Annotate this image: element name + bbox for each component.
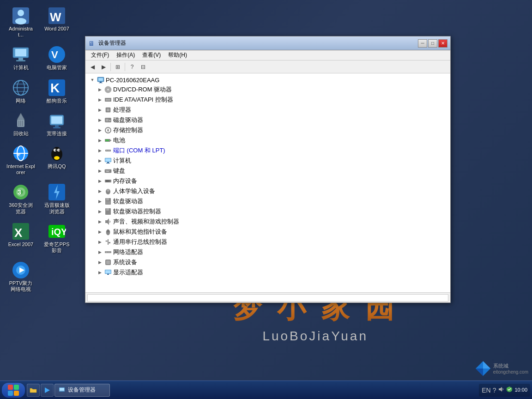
tree-item-cpu-toggle[interactable]: ▶ [97, 107, 103, 113]
tree-item-dvd-toggle[interactable]: ▶ [97, 86, 103, 93]
tree-item-memory[interactable]: ▶ 内存设备 [87, 176, 448, 186]
svg-rect-115 [60, 388, 64, 391]
window-title-text: 设备管理器 [98, 39, 418, 47]
tree-item-battery-toggle[interactable]: ▶ [97, 137, 103, 144]
menu-file[interactable]: 文件(F) [87, 50, 113, 60]
tray-sound-icon[interactable] [498, 386, 504, 394]
svg-rect-84 [109, 180, 109, 182]
tree-item-system-toggle[interactable]: ▶ [97, 259, 103, 266]
tree-item-dvd[interactable]: ▶ DVD/CD-ROM 驱动器 [87, 85, 448, 95]
svg-rect-21 [20, 121, 21, 126]
tree-item-dvd-icon [104, 86, 112, 93]
desktop-icon-qq[interactable]: 腾讯QQ [41, 142, 73, 177]
toolbar-forward-button[interactable]: ▶ [98, 62, 109, 72]
toolbar-separator-2 [125, 63, 125, 71]
tree-item-system[interactable]: ▶ 系统设备 [87, 257, 448, 267]
tree-item-floppy-ctrl[interactable]: ▶ 软盘驱动器控制器 [87, 206, 448, 217]
desktop-icon-kugou[interactable]: K 酷狗音乐 [41, 77, 73, 106]
tree-item-system-label: 系统设备 [113, 258, 137, 266]
tree-item-disk-toggle[interactable]: ▶ [97, 117, 103, 123]
tree-item-usb-toggle[interactable]: ▶ [97, 239, 103, 245]
logo-yellow [14, 391, 19, 396]
tree-root[interactable]: ▼ PC-20160620EAAG [87, 75, 448, 85]
tree-item-display-label: 显示适配器 [113, 268, 143, 277]
tree-item-keyboard[interactable]: ▶ 键盘 [87, 166, 448, 176]
window-tree-content[interactable]: ▼ PC-20160620EAAG ▶ DVD/CD-ROM 驱动 [85, 73, 450, 292]
svg-rect-60 [107, 109, 109, 111]
tree-item-computer[interactable]: ▶ 计算机 [87, 156, 448, 166]
tree-root-icon [97, 76, 104, 84]
tree-item-hid-toggle[interactable]: ▶ [97, 188, 103, 194]
tree-item-battery[interactable]: ▶ 电池 [87, 135, 448, 145]
tree-item-usb[interactable]: ▶ 通用串行总线控制器 [87, 237, 448, 247]
menu-help[interactable]: 帮助(H) [164, 50, 191, 60]
start-button[interactable] [2, 383, 25, 398]
svg-rect-20 [18, 121, 19, 126]
taskbar-active-window[interactable]: 设备管理器 [54, 384, 110, 397]
svg-rect-54 [99, 83, 103, 83]
menu-action[interactable]: 操作(A) [113, 50, 139, 60]
tree-item-computer-toggle[interactable]: ▶ [97, 157, 103, 164]
svg-point-63 [109, 120, 111, 121]
minimize-button[interactable]: ─ [418, 39, 427, 48]
desktop-icon-label-ie: Internet Explorer [6, 163, 35, 175]
tree-item-ide[interactable]: ▶ IDE ATA/ATAPI 控制器 [87, 95, 448, 105]
desktop-icon-network[interactable]: 网络 [5, 77, 37, 106]
tree-item-floppy[interactable]: ▶ 软盘驱动器 [87, 196, 448, 206]
tree-item-floppy-ctrl-label: 软盘驱动器控制器 [113, 207, 161, 216]
svg-text:e: e [18, 151, 20, 157]
menu-view[interactable]: 查看(V) [139, 50, 164, 60]
desktop-icon-broadband[interactable]: 宽带连接 [41, 109, 73, 139]
tree-item-battery-icon [104, 137, 112, 144]
taskbar-folder-button[interactable] [27, 384, 40, 397]
toolbar-help-button[interactable]: ? [127, 62, 137, 72]
tree-item-cpu[interactable]: ▶ 处理器 [87, 105, 448, 115]
desktop-icon-ie[interactable]: e Internet Explorer [5, 142, 37, 177]
tree-item-floppy-toggle[interactable]: ▶ [97, 198, 103, 205]
tree-item-network-adapter-toggle[interactable]: ▶ [97, 249, 103, 255]
desktop-icon-pptv[interactable]: PPTV聚力 网络电视 [5, 259, 37, 294]
tray-en-icon[interactable]: EN [482, 387, 490, 394]
toolbar-view-button[interactable]: ⊞ [113, 62, 123, 72]
svg-point-99 [106, 241, 107, 242]
tree-item-network-adapter[interactable]: ▶ 网络适配器 [87, 247, 448, 257]
tree-root-label: PC-20160620EAAG [106, 77, 159, 84]
toolbar-properties-button[interactable]: ⊟ [138, 62, 148, 72]
desktop-icon-360browser[interactable]: 3 360安全浏览器 [5, 181, 37, 216]
tree-item-mouse-label: 鼠标和其他指针设备 [113, 228, 167, 236]
tray-help-icon[interactable]: ? [493, 387, 496, 394]
tree-item-sound-toggle[interactable]: ▶ [97, 218, 103, 225]
tray-shield-icon[interactable] [506, 386, 513, 394]
tree-item-memory-toggle[interactable]: ▶ [97, 178, 103, 184]
desktop-icon-administrator[interactable]: Administrat... [5, 5, 37, 40]
desktop-icon-thunder[interactable]: 迅雷极速版浏览器 [41, 181, 73, 216]
tree-item-storage[interactable]: ▶ 存储控制器 [87, 125, 448, 135]
tree-item-hid[interactable]: ▶ 人体学输入设备 [87, 186, 448, 196]
tree-item-display[interactable]: ▶ 显示适配器 [87, 267, 448, 278]
tree-item-keyboard-toggle[interactable]: ▶ [97, 168, 103, 174]
desktop-icon-label-network: 网络 [16, 98, 26, 104]
tree-item-ports[interactable]: ▶ 端口 (COM 和 LPT) [87, 145, 448, 156]
close-button[interactable]: ✕ [438, 39, 447, 48]
tree-item-floppy-ctrl-toggle[interactable]: ▶ [97, 208, 103, 215]
tree-item-computer-label: 计算机 [113, 157, 131, 165]
tree-item-display-toggle[interactable]: ▶ [97, 269, 103, 276]
tree-root-toggle[interactable]: ▼ [89, 77, 96, 83]
tree-item-mouse-toggle[interactable]: ▶ [97, 229, 103, 235]
tree-item-ports-toggle[interactable]: ▶ [97, 147, 103, 154]
tree-item-disk[interactable]: ▶ 磁盘驱动器 [87, 115, 448, 125]
desktop-icon-word2007[interactable]: W Word 2007 [41, 5, 73, 40]
desktop-icon-recycle[interactable]: 回收站 [5, 109, 37, 139]
tree-item-mouse[interactable]: ▶ 鼠标和其他指针设备 [87, 227, 448, 237]
taskbar-play-button[interactable] [41, 384, 54, 397]
tree-item-ide-toggle[interactable]: ▶ [97, 97, 103, 103]
desktop-icon-computer[interactable]: 计算机 [5, 43, 37, 73]
tree-item-sound[interactable]: ▶ 声音、视频和游戏控制器 [87, 217, 448, 227]
maximize-button[interactable]: □ [428, 39, 437, 48]
tree-item-storage-toggle[interactable]: ▶ [97, 127, 103, 133]
desktop-icon-iqiyi[interactable]: iQY 爱奇艺PPS影音 [41, 220, 73, 255]
toolbar-back-button[interactable]: ◀ [87, 62, 97, 72]
desktop-icon-pcmanager[interactable]: V 电脑管家 [41, 43, 73, 73]
desktop-icon-excel2007[interactable]: X Excel 2007 [5, 220, 37, 255]
svg-rect-75 [106, 163, 110, 163]
